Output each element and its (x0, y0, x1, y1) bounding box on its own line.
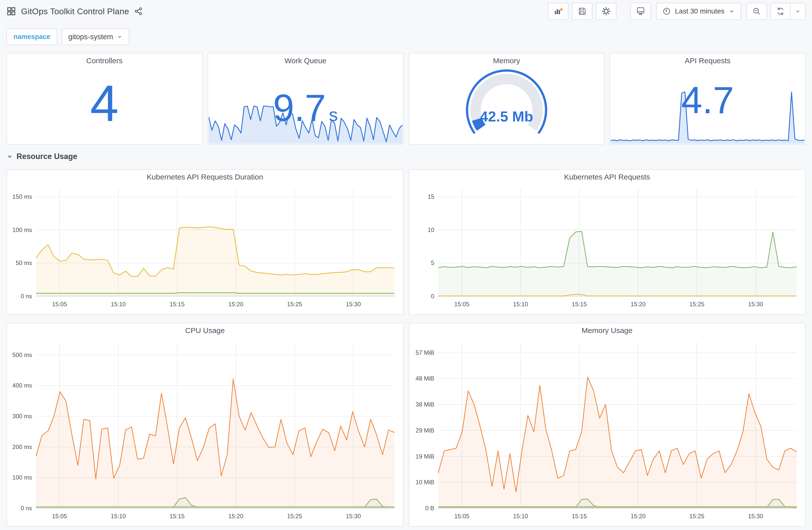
svg-text:15:10: 15:10 (111, 301, 126, 308)
panel-title[interactable]: Kubernetes API Requests Duration (7, 170, 403, 184)
time-range-picker[interactable]: Last 30 minutes (656, 3, 741, 20)
panel-cpu-usage: CPU Usage 15:0515:1015:1515:2015:2515:30… (6, 323, 404, 527)
panel-controllers: Controllers 4 (6, 53, 202, 145)
chevron-down-icon (117, 34, 122, 40)
svg-text:15:10: 15:10 (513, 513, 528, 519)
svg-text:57 MiB: 57 MiB (416, 349, 434, 356)
dashboard-settings-button[interactable] (596, 3, 617, 20)
gauge-value: 42.5 Mb (409, 108, 604, 125)
panel-title[interactable]: Work Queue (208, 54, 403, 68)
svg-text:15: 15 (427, 193, 434, 200)
timeseries-plot[interactable]: 15:0515:1015:1515:2015:2515:300 ns50 ms1… (9, 184, 401, 312)
panel-work-queue: Work Queue 9.7s (208, 53, 404, 145)
panel-title[interactable]: Memory Usage (409, 323, 805, 338)
chart-row-1: Kubernetes API Requests Duration 15:0515… (6, 169, 806, 315)
panel-memory-gauge: Memory 42.5 Mb (409, 53, 605, 145)
svg-text:100 ms: 100 ms (12, 226, 32, 233)
variable-bar: namespace gitops-system (6, 29, 806, 45)
panel-title[interactable]: Controllers (7, 54, 202, 68)
panel-api-requests: API Requests 4.7 (610, 53, 806, 145)
svg-text:15:10: 15:10 (111, 513, 126, 519)
refresh-icon (776, 7, 785, 16)
legend-column-avg[interactable]: avg (702, 314, 750, 315)
svg-text:10 MiB: 10 MiB (416, 479, 434, 486)
dashboard-title: GitOps Toolkit Control Plane (21, 6, 129, 16)
legend-header: avgcurrent (13, 312, 397, 315)
legend-column-current[interactable]: current (348, 314, 395, 315)
dashboard-grid-icon (6, 6, 16, 16)
svg-text:15:30: 15:30 (346, 513, 361, 519)
svg-text:38 MiB: 38 MiB (416, 401, 434, 408)
share-icon[interactable] (134, 7, 143, 15)
monitor-icon (636, 6, 646, 16)
svg-text:10: 10 (427, 226, 434, 233)
svg-text:15:25: 15:25 (689, 513, 704, 519)
svg-text:200 ms: 200 ms (12, 443, 32, 450)
zoom-out-button[interactable] (746, 3, 767, 20)
svg-text:15:20: 15:20 (630, 301, 646, 308)
panel-memory-usage: Memory Usage 15:0515:1015:1515:2015:2515… (409, 323, 806, 527)
chevron-down-icon (6, 153, 13, 160)
legend-column-current[interactable]: current (750, 314, 797, 315)
svg-text:15:20: 15:20 (228, 513, 243, 519)
svg-text:15:25: 15:25 (287, 513, 302, 519)
stat-unit: s (329, 105, 338, 125)
panel-title[interactable]: Kubernetes API Requests (409, 170, 805, 184)
svg-text:15:25: 15:25 (689, 301, 704, 308)
clock-icon (663, 7, 671, 15)
cycle-view-button[interactable] (630, 3, 651, 20)
chart-row-2: CPU Usage 15:0515:1015:1515:2015:2515:30… (6, 321, 806, 527)
stat-value: 4.7 (610, 81, 805, 119)
stat-value: 9.7 (273, 87, 326, 129)
panel-title[interactable]: Memory (409, 54, 604, 68)
panel-title[interactable]: API Requests (610, 54, 805, 68)
legend-header: avgcurrent (13, 524, 397, 527)
time-range-label: Last 30 minutes (675, 7, 724, 15)
stat-value: 4 (7, 77, 202, 129)
refresh-interval-button[interactable] (790, 3, 805, 19)
legend: avgcurrentP505 ms5 msP9948 ms43 ms (13, 312, 397, 315)
stat-row: Controllers 4 Work Queue 9.7s Memory 42.… (6, 53, 806, 145)
legend-column-avg[interactable]: avg (301, 314, 348, 315)
refresh-button-group (770, 3, 806, 20)
stat-body: 4 (7, 68, 202, 144)
stat-body: 4.7 (610, 68, 805, 144)
timeseries-plot[interactable]: 15:0515:1015:1515:2015:2515:30051015 (411, 184, 803, 312)
svg-text:15:20: 15:20 (228, 301, 243, 308)
panel-k8s-api-requests-duration: Kubernetes API Requests Duration 15:0515… (6, 169, 404, 315)
svg-text:400 ms: 400 ms (12, 382, 32, 389)
variable-label-namespace: namespace (6, 29, 57, 45)
svg-text:15:15: 15:15 (170, 301, 185, 308)
legend-header: avgcurrent (415, 524, 800, 527)
save-dashboard-button[interactable] (572, 3, 592, 20)
legend: avgcurrenthelm-controller-57f9b56bbf-k24… (415, 524, 800, 527)
zoom-out-icon (752, 7, 761, 16)
refresh-button[interactable] (771, 3, 790, 19)
svg-text:15:05: 15:05 (454, 301, 469, 308)
svg-text:15:15: 15:15 (571, 301, 586, 308)
section-resource-usage[interactable]: Resource Usage (6, 150, 806, 163)
add-panel-button[interactable] (548, 3, 568, 20)
variable-value-dropdown[interactable]: gitops-system (62, 29, 129, 45)
timeseries-plot[interactable]: 15:0515:1015:1515:2015:2515:300 ns100 ms… (9, 338, 401, 524)
svg-text:500 ms: 500 ms (12, 352, 32, 358)
dashboard-header: GitOps Toolkit Control Plane (0, 0, 812, 23)
svg-text:19 MiB: 19 MiB (416, 453, 434, 460)
svg-text:150 ms: 150 ms (12, 193, 32, 200)
legend-header: avgcurrent (415, 312, 800, 315)
legend: avgcurrenthelm-controller-57f9b56bbf-k24… (13, 524, 397, 527)
gear-icon (601, 6, 611, 16)
svg-text:0 B: 0 B (425, 505, 434, 512)
add-panel-icon (553, 6, 563, 16)
chevron-down-icon (795, 8, 801, 15)
panel-title[interactable]: CPU Usage (7, 323, 403, 338)
svg-text:0: 0 (431, 293, 434, 299)
svg-text:5: 5 (431, 260, 434, 266)
svg-text:29 MiB: 29 MiB (416, 427, 434, 434)
chevron-down-icon (728, 8, 735, 15)
svg-text:15:15: 15:15 (170, 513, 185, 519)
memory-gauge (409, 68, 604, 144)
svg-text:15:05: 15:05 (52, 301, 67, 308)
svg-text:15:05: 15:05 (454, 513, 469, 519)
timeseries-plot[interactable]: 15:0515:1015:1515:2015:2515:300 B10 MiB1… (411, 338, 803, 524)
